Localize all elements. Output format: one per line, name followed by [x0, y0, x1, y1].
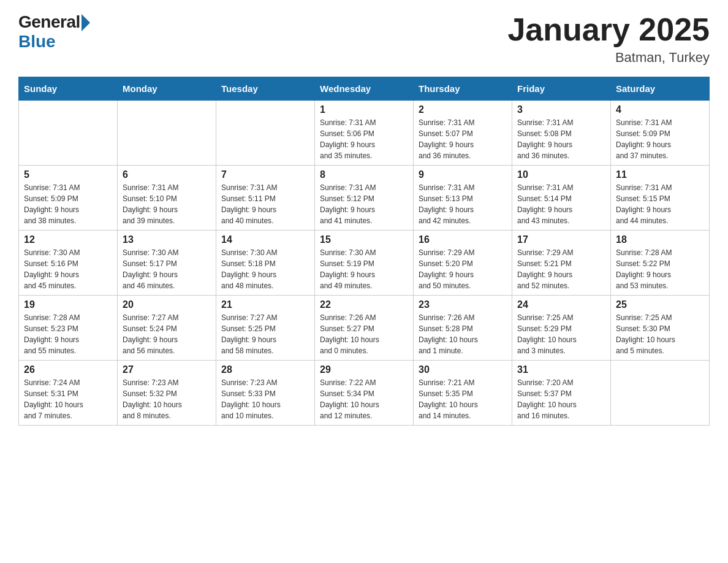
day-info: Sunrise: 7:22 AMSunset: 5:34 PMDaylight:…: [320, 377, 408, 421]
day-info: Sunrise: 7:28 AMSunset: 5:22 PMDaylight:…: [616, 247, 704, 291]
calendar-week-row: 26Sunrise: 7:24 AMSunset: 5:31 PMDayligh…: [19, 361, 710, 426]
header-cell-sunday: Sunday: [19, 77, 118, 101]
calendar-cell: 1Sunrise: 7:31 AMSunset: 5:06 PMDaylight…: [315, 101, 414, 166]
day-info: Sunrise: 7:21 AMSunset: 5:35 PMDaylight:…: [419, 377, 507, 421]
calendar-cell: 20Sunrise: 7:27 AMSunset: 5:24 PMDayligh…: [118, 296, 216, 361]
calendar-cell: 15Sunrise: 7:30 AMSunset: 5:19 PMDayligh…: [315, 231, 414, 296]
day-info: Sunrise: 7:30 AMSunset: 5:17 PMDaylight:…: [123, 247, 211, 291]
day-number: 16: [419, 234, 507, 245]
day-number: 25: [616, 299, 704, 310]
calendar-cell: 7Sunrise: 7:31 AMSunset: 5:11 PMDaylight…: [216, 166, 315, 231]
calendar-week-row: 12Sunrise: 7:30 AMSunset: 5:16 PMDayligh…: [19, 231, 710, 296]
day-number: 4: [616, 104, 704, 115]
calendar-cell: 10Sunrise: 7:31 AMSunset: 5:14 PMDayligh…: [512, 166, 611, 231]
day-info: Sunrise: 7:20 AMSunset: 5:37 PMDaylight:…: [517, 377, 605, 421]
day-number: 20: [123, 299, 211, 310]
header-cell-friday: Friday: [512, 77, 611, 101]
calendar-cell: 8Sunrise: 7:31 AMSunset: 5:12 PMDaylight…: [315, 166, 414, 231]
day-number: 12: [24, 234, 112, 245]
day-info: Sunrise: 7:31 AMSunset: 5:15 PMDaylight:…: [616, 182, 704, 226]
day-info: Sunrise: 7:31 AMSunset: 5:09 PMDaylight:…: [616, 117, 704, 161]
day-number: 11: [616, 169, 704, 180]
day-number: 1: [320, 104, 408, 115]
day-number: 31: [517, 364, 605, 375]
logo-blue-text: Blue: [18, 32, 56, 52]
day-info: Sunrise: 7:26 AMSunset: 5:28 PMDaylight:…: [419, 312, 507, 356]
day-info: Sunrise: 7:31 AMSunset: 5:13 PMDaylight:…: [419, 182, 507, 226]
day-number: 9: [419, 169, 507, 180]
day-info: Sunrise: 7:28 AMSunset: 5:23 PMDaylight:…: [24, 312, 112, 356]
calendar-cell: 19Sunrise: 7:28 AMSunset: 5:23 PMDayligh…: [19, 296, 118, 361]
calendar-week-row: 19Sunrise: 7:28 AMSunset: 5:23 PMDayligh…: [19, 296, 710, 361]
calendar: SundayMondayTuesdayWednesdayThursdayFrid…: [18, 77, 710, 426]
calendar-cell: [19, 101, 118, 166]
header-cell-thursday: Thursday: [414, 77, 512, 101]
day-info: Sunrise: 7:31 AMSunset: 5:10 PMDaylight:…: [123, 182, 211, 226]
calendar-cell: 24Sunrise: 7:25 AMSunset: 5:29 PMDayligh…: [512, 296, 611, 361]
day-number: 29: [320, 364, 408, 375]
day-info: Sunrise: 7:30 AMSunset: 5:19 PMDaylight:…: [320, 247, 408, 291]
calendar-cell: 6Sunrise: 7:31 AMSunset: 5:10 PMDaylight…: [118, 166, 216, 231]
day-number: 14: [221, 234, 309, 245]
day-number: 13: [123, 234, 211, 245]
calendar-cell: 26Sunrise: 7:24 AMSunset: 5:31 PMDayligh…: [19, 361, 118, 426]
logo-arrow-icon: [82, 14, 90, 31]
day-number: 21: [221, 299, 309, 310]
calendar-cell: 3Sunrise: 7:31 AMSunset: 5:08 PMDaylight…: [512, 101, 611, 166]
day-number: 10: [517, 169, 605, 180]
calendar-cell: 11Sunrise: 7:31 AMSunset: 5:15 PMDayligh…: [611, 166, 710, 231]
day-info: Sunrise: 7:31 AMSunset: 5:12 PMDaylight:…: [320, 182, 408, 226]
day-info: Sunrise: 7:25 AMSunset: 5:30 PMDaylight:…: [616, 312, 704, 356]
calendar-cell: 17Sunrise: 7:29 AMSunset: 5:21 PMDayligh…: [512, 231, 611, 296]
calendar-cell: 21Sunrise: 7:27 AMSunset: 5:25 PMDayligh…: [216, 296, 315, 361]
location-title: Batman, Turkey: [507, 50, 710, 66]
calendar-cell: 9Sunrise: 7:31 AMSunset: 5:13 PMDaylight…: [414, 166, 512, 231]
calendar-cell: 27Sunrise: 7:23 AMSunset: 5:32 PMDayligh…: [118, 361, 216, 426]
day-info: Sunrise: 7:31 AMSunset: 5:09 PMDaylight:…: [24, 182, 112, 226]
day-number: 5: [24, 169, 112, 180]
day-info: Sunrise: 7:27 AMSunset: 5:25 PMDaylight:…: [221, 312, 309, 356]
calendar-cell: 31Sunrise: 7:20 AMSunset: 5:37 PMDayligh…: [512, 361, 611, 426]
day-info: Sunrise: 7:29 AMSunset: 5:21 PMDaylight:…: [517, 247, 605, 291]
calendar-cell: 23Sunrise: 7:26 AMSunset: 5:28 PMDayligh…: [414, 296, 512, 361]
header-cell-monday: Monday: [118, 77, 216, 101]
calendar-cell: 4Sunrise: 7:31 AMSunset: 5:09 PMDaylight…: [611, 101, 710, 166]
day-number: 2: [419, 104, 507, 115]
day-number: 22: [320, 299, 408, 310]
calendar-cell: 30Sunrise: 7:21 AMSunset: 5:35 PMDayligh…: [414, 361, 512, 426]
day-info: Sunrise: 7:31 AMSunset: 5:07 PMDaylight:…: [419, 117, 507, 161]
title-area: January 2025 Batman, Turkey: [507, 12, 710, 66]
day-info: Sunrise: 7:26 AMSunset: 5:27 PMDaylight:…: [320, 312, 408, 356]
calendar-cell: 29Sunrise: 7:22 AMSunset: 5:34 PMDayligh…: [315, 361, 414, 426]
calendar-cell: [118, 101, 216, 166]
day-number: 6: [123, 169, 211, 180]
calendar-cell: 22Sunrise: 7:26 AMSunset: 5:27 PMDayligh…: [315, 296, 414, 361]
logo-general-text: General: [18, 12, 80, 32]
day-info: Sunrise: 7:25 AMSunset: 5:29 PMDaylight:…: [517, 312, 605, 356]
calendar-cell: [216, 101, 315, 166]
logo: General Blue: [18, 12, 90, 52]
day-number: 23: [419, 299, 507, 310]
day-info: Sunrise: 7:31 AMSunset: 5:11 PMDaylight:…: [221, 182, 309, 226]
header-cell-tuesday: Tuesday: [216, 77, 315, 101]
day-number: 19: [24, 299, 112, 310]
day-info: Sunrise: 7:30 AMSunset: 5:16 PMDaylight:…: [24, 247, 112, 291]
day-number: 15: [320, 234, 408, 245]
day-info: Sunrise: 7:27 AMSunset: 5:24 PMDaylight:…: [123, 312, 211, 356]
day-info: Sunrise: 7:31 AMSunset: 5:06 PMDaylight:…: [320, 117, 408, 161]
calendar-cell: 5Sunrise: 7:31 AMSunset: 5:09 PMDaylight…: [19, 166, 118, 231]
calendar-cell: 2Sunrise: 7:31 AMSunset: 5:07 PMDaylight…: [414, 101, 512, 166]
calendar-cell: 28Sunrise: 7:23 AMSunset: 5:33 PMDayligh…: [216, 361, 315, 426]
day-number: 26: [24, 364, 112, 375]
day-number: 7: [221, 169, 309, 180]
day-number: 17: [517, 234, 605, 245]
day-info: Sunrise: 7:29 AMSunset: 5:20 PMDaylight:…: [419, 247, 507, 291]
calendar-cell: 13Sunrise: 7:30 AMSunset: 5:17 PMDayligh…: [118, 231, 216, 296]
calendar-cell: 16Sunrise: 7:29 AMSunset: 5:20 PMDayligh…: [414, 231, 512, 296]
header-cell-wednesday: Wednesday: [315, 77, 414, 101]
calendar-week-row: 5Sunrise: 7:31 AMSunset: 5:09 PMDaylight…: [19, 166, 710, 231]
day-number: 30: [419, 364, 507, 375]
calendar-cell: 12Sunrise: 7:30 AMSunset: 5:16 PMDayligh…: [19, 231, 118, 296]
calendar-cell: 18Sunrise: 7:28 AMSunset: 5:22 PMDayligh…: [611, 231, 710, 296]
header-cell-saturday: Saturday: [611, 77, 710, 101]
